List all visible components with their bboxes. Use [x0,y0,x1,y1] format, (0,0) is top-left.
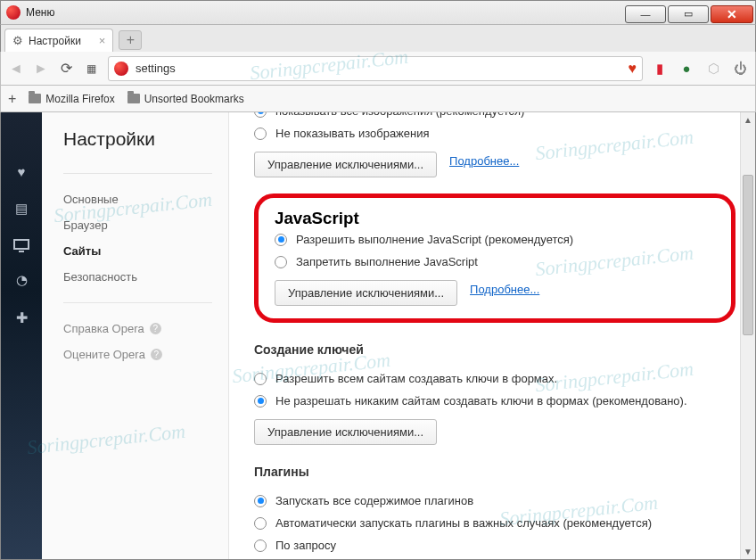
rate-label: Оцените Opera [63,348,145,361]
window-controls: — ▭ ✕ [625,3,755,23]
radio-icon [275,256,287,268]
images-exceptions-button[interactable]: Управление исключениями... [254,152,437,177]
settings-main: показывать все изооражения (рекомендуетс… [229,112,755,559]
radio-icon [254,395,267,408]
scrollbar[interactable]: ▲ ▼ [740,112,755,559]
section-title-javascript: JavaScript [275,209,715,228]
bookmarks-bar: + Mozilla Firefox Unsorted Bookmarks [0,86,756,112]
scrollbar-thumb[interactable] [743,175,753,335]
section-plugins: Плагины Запускать все содержимое плагино… [254,465,735,559]
maximize-button[interactable]: ▭ [668,5,709,23]
shield-icon[interactable]: ⬡ [705,61,721,77]
bookmark-label: Unsorted Bookmarks [144,93,244,105]
folder-icon [29,94,41,103]
radio-icon [254,373,267,385]
radio-label: показывать все изооражения (рекомендуетс… [275,112,524,118]
sidebar-item-basic[interactable]: Основные [63,186,228,212]
section-title-keys: Создание ключей [254,342,735,357]
monitor-icon[interactable] [13,239,29,250]
keys-exceptions-button[interactable]: Управление исключениями... [254,419,437,445]
radio-plugins-ondemand[interactable]: По запросу [254,534,735,556]
bookmark-label: Mozilla Firefox [45,93,114,105]
add-bookmark-button[interactable]: + [8,91,16,107]
news-icon[interactable]: ▤ [12,202,30,216]
radio-plugins-never[interactable]: Не запускать плагины по умолчанию [254,556,735,559]
folder-icon [127,94,140,103]
settings-sidebar: Настройки Основные Браузер Сайты Безопас… [42,112,229,559]
question-icon: ? [150,323,161,334]
section-keys: Создание ключей Разрешить всем сайтам со… [254,342,735,445]
question-icon: ? [151,349,162,360]
highlight-javascript: JavaScript Разрешить выполнение JavaScri… [254,194,735,323]
reload-button[interactable]: ⟳ [58,61,74,77]
radio-icon [275,234,287,246]
gear-icon: ⚙ [12,34,23,47]
scroll-up-icon[interactable]: ▲ [741,112,755,128]
radio-plugins-all[interactable]: Запускать все содержимое плагинов [254,490,735,512]
sidebar-item-browser[interactable]: Браузер [63,212,228,238]
radio-icon [254,517,267,530]
radio-label: Автоматически запускать плагины в важных… [275,516,652,530]
radio-keys-allow[interactable]: Разрешить всем сайтам создавать ключи в … [254,367,735,390]
window-titlebar: Меню — ▭ ✕ [0,0,756,25]
close-button[interactable]: ✕ [711,5,753,23]
bookmark-folder-unsorted[interactable]: Unsorted Bookmarks [127,93,244,105]
radio-label: Разрешить всем сайтам создавать ключи в … [275,372,557,385]
section-title-plugins: Плагины [254,465,735,479]
power-icon[interactable]: ⏻ [732,61,748,77]
forward-button[interactable]: ► [33,61,49,77]
scroll-down-icon[interactable]: ▼ [741,544,755,559]
heart-icon[interactable]: ♥ [629,61,637,77]
sidebar-item-sites[interactable]: Сайты [63,238,228,264]
sidebar-help[interactable]: Справка Opera? [63,316,228,342]
sidebar-item-security[interactable]: Безопасность [63,264,228,290]
radio-icon [254,539,267,552]
toolbar-right-icons: ▮ ● ⬡ ⏻ [652,61,748,77]
history-icon[interactable]: ◔ [12,273,30,287]
close-icon: ✕ [727,7,737,21]
radio-label: Запускать все содержимое плагинов [275,494,473,507]
radio-hide-images[interactable]: Не показывать изображения [254,122,735,144]
tab-close-icon[interactable]: × [99,34,106,47]
address-bar[interactable]: ♥ [108,56,643,81]
radio-js-allow[interactable]: Разрешить выполнение JavaScript (рекомен… [275,228,715,251]
radio-js-deny[interactable]: Запретить выполнение JavaScript [275,251,715,273]
extensions-icon[interactable]: ✚ [12,310,30,325]
heart-nav-icon[interactable]: ♥ [12,164,30,178]
opera-logo-icon [6,5,21,20]
radio-label: По запросу [275,539,336,552]
content-area: ♥ ▤ ◔ ✚ Настройки Основные Браузер Сайты… [0,112,756,560]
section-images: показывать все изооражения (рекомендуетс… [254,112,735,177]
images-more-link[interactable]: Подробнее... [449,154,519,168]
tab-strip: ⚙ Настройки × + [0,25,756,52]
js-exceptions-button[interactable]: Управление исключениями... [275,280,457,306]
radio-icon [254,112,267,118]
minimize-button[interactable]: — [625,5,666,23]
radio-icon [254,495,267,507]
radio-show-images[interactable]: показывать все изооражения (рекомендуетс… [254,112,735,122]
tab-settings[interactable]: ⚙ Настройки × [4,29,113,52]
menu-button[interactable]: Меню [26,6,54,19]
radio-label: Не показывать изображения [275,127,430,140]
radio-plugins-important[interactable]: Автоматически запускать плагины в важных… [254,512,735,534]
js-more-link[interactable]: Подробнее... [470,283,539,296]
bookmark-icon[interactable]: ▮ [652,61,668,77]
back-button[interactable]: ◄ [8,61,24,77]
bookmark-folder-firefox[interactable]: Mozilla Firefox [29,93,114,105]
radio-icon [254,128,267,140]
radio-label: Запретить выполнение JavaScript [296,255,478,268]
new-tab-button[interactable]: + [119,30,142,50]
radio-keys-deny[interactable]: Не разрешать никаким сайтам создавать кл… [254,390,735,412]
radio-label: Разрешить выполнение JavaScript (рекомен… [296,233,573,246]
tab-title: Настройки [29,35,81,47]
minimize-icon: — [641,9,651,20]
speed-dial-icon[interactable] [12,127,30,141]
opera-icon [114,62,128,76]
help-label: Справка Opera [63,322,144,335]
speed-dial-button[interactable]: ▦ [83,61,99,77]
sidebar-rate[interactable]: Оцените Opera? [63,342,228,367]
globe-icon[interactable]: ● [678,61,694,77]
toolbar: ◄ ► ⟳ ▦ ♥ ▮ ● ⬡ ⏻ [0,52,756,86]
radio-label: Не разрешать никаким сайтам создавать кл… [275,394,687,408]
address-input[interactable] [136,62,629,75]
